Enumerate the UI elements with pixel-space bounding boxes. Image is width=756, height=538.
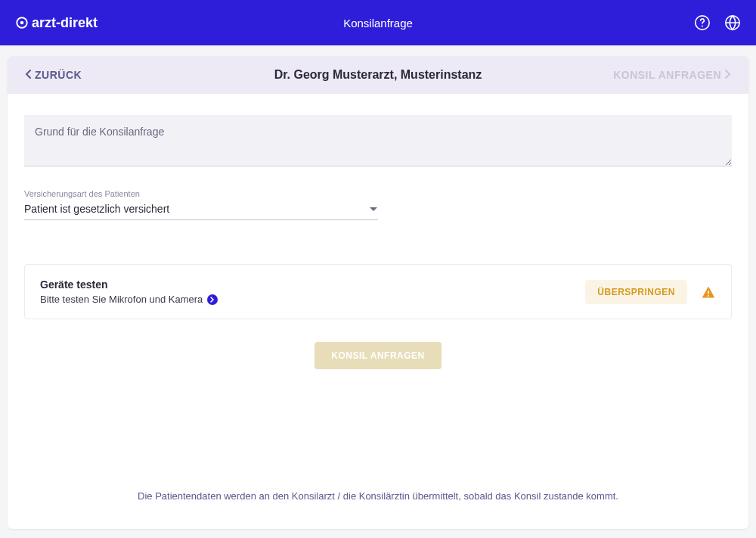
chevron-right-icon <box>724 69 732 81</box>
card-title: Dr. Georg Musterarzt, Musterinstanz <box>274 68 482 82</box>
svg-rect-6 <box>708 295 709 297</box>
warning-icon <box>701 285 716 300</box>
brand: arzt-direkt <box>15 15 98 31</box>
forward-label: KONSIL ANFRAGEN <box>613 69 721 81</box>
back-button[interactable]: ZURÜCK <box>24 69 82 81</box>
submit-button-disabled: KONSIL ANFRAGEN <box>314 342 442 369</box>
svg-point-1 <box>20 21 24 25</box>
device-test-title: Geräte testen <box>40 278 585 291</box>
arrow-circle-icon <box>207 294 218 305</box>
card-header: ZURÜCK Dr. Georg Musterarzt, Musterinsta… <box>8 56 748 94</box>
forward-button-disabled: KONSIL ANFRAGEN <box>613 69 732 81</box>
device-test-link[interactable]: Bitte testen Sie Mikrofon und Kamera <box>40 294 585 305</box>
chevron-left-icon <box>24 69 32 81</box>
brand-icon <box>15 16 29 30</box>
main-card: ZURÜCK Dr. Georg Musterarzt, Musterinsta… <box>8 56 748 529</box>
device-test-box: Geräte testen Bitte testen Sie Mikrofon … <box>24 264 732 319</box>
insurance-select-group: Versicherungsart des Patienten Patient i… <box>24 189 378 220</box>
skip-button[interactable]: ÜBERSPRINGEN <box>585 280 687 304</box>
svg-rect-5 <box>708 291 709 294</box>
svg-point-3 <box>702 26 703 27</box>
device-test-subtitle: Bitte testen Sie Mikrofon und Kamera <box>40 294 203 305</box>
device-test-text: Geräte testen Bitte testen Sie Mikrofon … <box>40 278 585 305</box>
page-container: ZURÜCK Dr. Georg Musterarzt, Musterinsta… <box>0 45 756 538</box>
app-header: arzt-direkt Konsilanfrage <box>0 0 756 45</box>
brand-text: arzt-direkt <box>32 15 98 31</box>
globe-icon[interactable] <box>724 14 741 31</box>
chevron-down-icon <box>369 203 378 215</box>
footer-note: Die Patientendaten werden an den Konsila… <box>24 490 732 508</box>
insurance-select[interactable]: Patient ist gesetzlich versichert <box>24 200 378 220</box>
submit-row: KONSIL ANFRAGEN <box>24 342 732 369</box>
help-icon[interactable] <box>694 14 711 31</box>
back-label: ZURÜCK <box>35 69 82 81</box>
page-title: Konsilanfrage <box>343 17 413 30</box>
insurance-value: Patient ist gesetzlich versichert <box>24 203 169 215</box>
header-actions <box>694 14 741 31</box>
insurance-label: Versicherungsart des Patienten <box>24 189 378 198</box>
reason-textarea[interactable] <box>24 115 732 166</box>
card-body: Versicherungsart des Patienten Patient i… <box>8 94 748 529</box>
